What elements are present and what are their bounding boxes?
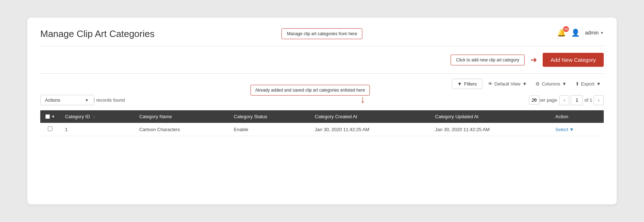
- th-created-at: Category Created At: [310, 110, 430, 123]
- th-checkbox-caret-icon: ▼: [51, 115, 55, 119]
- sort-icon: ↓: [93, 114, 95, 119]
- toolbar-row: Click to add new clip art category ➜ Add…: [40, 46, 604, 74]
- select-caret-icon: ▼: [569, 127, 574, 132]
- row-select-button[interactable]: Select ▼: [555, 127, 574, 132]
- prev-page-button[interactable]: ‹: [559, 95, 569, 105]
- add-tooltip-box: Click to add new clip art category: [451, 55, 525, 65]
- view-caret-icon: ▼: [523, 81, 527, 87]
- th-category-id: Category ID ↓: [60, 110, 134, 123]
- per-page-label: per page: [539, 97, 557, 103]
- action-left: Actions ▼ 2 records found: [40, 95, 125, 105]
- admin-caret-icon: ▼: [600, 31, 604, 35]
- eye-icon: 👁: [488, 81, 493, 87]
- main-card: Manage Clip Art Categories Manage clip a…: [27, 18, 617, 204]
- row-checkbox[interactable]: [48, 126, 52, 131]
- header-tooltip-box: Manage clip art categories from here: [281, 28, 362, 39]
- table-body: 1 Cartoon Characters Enable Jan 30, 2020…: [40, 123, 604, 136]
- categories-table: ▼ Category ID ↓ Category Name Category S…: [40, 110, 604, 136]
- row-created-at: Jan 30, 2020 11:42:25 AM: [310, 123, 430, 136]
- select-all-checkbox[interactable]: [45, 114, 50, 119]
- row-updated-at: Jan 30, 2020 11:42:25 AM: [430, 123, 551, 136]
- gear-icon: ⚙: [535, 81, 540, 87]
- row-category-id: 1: [60, 123, 134, 136]
- records-found: 2 records found: [92, 97, 125, 103]
- export-caret-icon: ▼: [596, 81, 601, 87]
- page-title: Manage Clip Art Categories: [40, 28, 155, 40]
- columns-button[interactable]: ⚙ Columns ▼: [533, 79, 569, 89]
- records-annotation-wrap: Already added and saved clip art categor…: [250, 85, 370, 103]
- export-button[interactable]: ⬆ Export ▼: [572, 79, 604, 89]
- th-updated-at: Category Updated At: [430, 110, 551, 123]
- per-page-select[interactable]: 20: [529, 96, 539, 105]
- add-btn-wrap: Click to add new clip art category ➜ Add…: [451, 53, 604, 67]
- filters-button[interactable]: ▼ Filters: [452, 79, 482, 89]
- columns-caret-icon: ▼: [562, 81, 567, 87]
- next-page-button[interactable]: ›: [594, 95, 604, 105]
- th-category-name: Category Name: [134, 110, 229, 123]
- page-nav: ‹ of 1 ›: [559, 95, 604, 105]
- user-icon: 👤: [571, 28, 580, 37]
- filter-icon: ▼: [457, 81, 462, 87]
- table-row: 1 Cartoon Characters Enable Jan 30, 2020…: [40, 123, 604, 136]
- records-annotation-box: Already added and saved clip art categor…: [250, 85, 370, 96]
- export-icon: ⬆: [575, 81, 579, 87]
- row-checkbox-cell: [40, 123, 60, 136]
- page-header: Manage Clip Art Categories Manage clip a…: [40, 28, 604, 46]
- add-new-category-button[interactable]: Add New Category: [543, 53, 604, 67]
- th-action: Action: [550, 110, 604, 123]
- row-category-name: Cartoon Characters: [134, 123, 229, 136]
- admin-label[interactable]: admin ▼: [585, 30, 604, 36]
- row-category-status: Enable: [229, 123, 310, 136]
- notification-badge: 10: [563, 26, 569, 32]
- notification-bell-wrap[interactable]: 🔔 10: [557, 28, 566, 37]
- row-action-cell: Select ▼: [550, 123, 604, 136]
- arrow-right-icon: ➜: [530, 56, 537, 64]
- action-row: Actions ▼ 2 records found Already added …: [40, 92, 604, 109]
- pagination-right: 20 ▼ per page ‹ of 1 ›: [529, 95, 604, 105]
- annotation-arrow-icon: ↓: [360, 96, 365, 103]
- table-header: ▼ Category ID ↓ Category Name Category S…: [40, 110, 604, 123]
- default-view-button[interactable]: 👁 Default View ▼: [485, 79, 530, 89]
- th-checkbox: ▼: [40, 110, 60, 123]
- th-category-status: Category Status: [229, 110, 310, 123]
- page-number-input[interactable]: [571, 95, 583, 105]
- header-right: 🔔 10 👤 admin ▼: [557, 28, 604, 37]
- actions-select[interactable]: Actions: [40, 95, 94, 105]
- page-of-label: of 1: [584, 97, 592, 103]
